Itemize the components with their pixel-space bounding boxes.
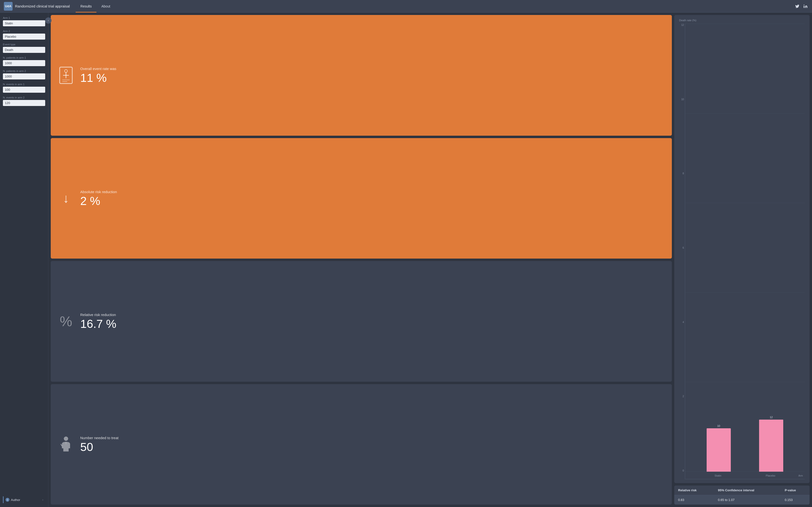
arm2-field-group: Arm 2: [3, 30, 45, 40]
e-arm2-field-group: N. events in arm 2: [3, 96, 45, 106]
app-header: UdA Randomized clinical trial appraisal …: [0, 0, 812, 12]
card-overall-text: Overall event rate was 11 %: [80, 67, 116, 84]
y-tick-8: 8: [679, 172, 684, 175]
card-nnt-value: 50: [80, 441, 118, 453]
card-absolute-text: Absolute risk reduction 2 %: [80, 190, 117, 207]
svg-line-9: [61, 444, 62, 446]
sidebar: ‹ Arm 1 Arm 2 Event type N. patients in …: [0, 12, 48, 507]
y-tick-12: 12: [679, 24, 684, 26]
tab-about[interactable]: About: [96, 0, 115, 12]
y-tick-2: 2: [679, 395, 684, 398]
svg-point-4: [64, 69, 67, 72]
e-arm2-input[interactable]: [3, 100, 45, 106]
card-overall-value: 11 %: [80, 72, 116, 84]
y-tick-4: 4: [679, 321, 684, 324]
medical-record-icon: [59, 67, 73, 84]
n-arm2-label: N. patients in arm 2: [3, 69, 45, 72]
person-icon: [59, 436, 73, 453]
arm2-input[interactable]: [3, 34, 45, 40]
card-relative-value: 16.7 %: [80, 318, 116, 330]
e-arm1-label: N. events in arm 1: [3, 83, 45, 86]
col-header-relative-risk: Relative risk: [674, 486, 714, 495]
e-arm2-label: N. events in arm 2: [3, 96, 45, 99]
cell-relative-risk: 0.83: [674, 495, 714, 505]
card-relative: % Relative risk reduction 16.7 %: [51, 261, 672, 382]
linkedin-icon[interactable]: [803, 4, 808, 9]
card-absolute-subtitle: Absolute risk reduction: [80, 190, 117, 194]
arm1-input[interactable]: [3, 20, 45, 26]
app-title: Randomized clinical trial appraisal: [15, 4, 70, 8]
card-overall-icon-area: [57, 67, 74, 84]
card-nnt-subtitle: Number needed to treat: [80, 436, 118, 440]
stats-table-panel: Relative risk 95% Confidence interval P-…: [674, 486, 810, 505]
col-header-ci: 95% Confidence interval: [714, 486, 781, 495]
n-arm1-input[interactable]: [3, 60, 45, 66]
table-header-row: Relative risk 95% Confidence interval P-…: [674, 486, 810, 495]
author-label: Author: [11, 498, 20, 502]
n-arm2-field-group: N. patients in arm 2: [3, 69, 45, 79]
n-arm1-label: N. patients in arm 1: [3, 56, 45, 59]
content-area: Overall event rate was 11 % ↓ Absolute r…: [48, 12, 812, 507]
cards-column: Overall event rate was 11 % ↓ Absolute r…: [51, 15, 672, 505]
bar-statin-value: 10: [717, 425, 720, 427]
card-overall: Overall event rate was 11 %: [51, 15, 672, 136]
svg-point-0: [804, 4, 805, 5]
chart-panel: Death rate (%) 0 2 4 6 8 10 12: [674, 15, 810, 483]
author-info-icon: i: [6, 498, 9, 502]
card-relative-text: Relative risk reduction 16.7 %: [80, 313, 116, 330]
chart-y-label: Death rate (%): [679, 19, 805, 22]
y-tick-6: 6: [679, 246, 684, 249]
arm2-label: Arm 2: [3, 30, 45, 33]
x-label-statin: Statin: [715, 474, 721, 477]
card-absolute-icon-area: ↓: [57, 192, 74, 205]
event-type-input[interactable]: [3, 47, 45, 53]
bar-placebo: 12: [759, 416, 783, 472]
svg-point-7: [64, 437, 68, 441]
social-icons: [795, 4, 808, 9]
chart-x-axis-label: Arm: [799, 474, 803, 477]
n-arm1-field-group: N. patients in arm 1: [3, 56, 45, 66]
arm1-label: Arm 1: [3, 16, 45, 19]
main-layout: ‹ Arm 1 Arm 2 Event type N. patients in …: [0, 12, 812, 507]
card-nnt-icon-area: [57, 436, 74, 453]
tab-results[interactable]: Results: [75, 0, 97, 12]
card-absolute: ↓ Absolute risk reduction 2 %: [51, 138, 672, 259]
author-chevron-icon: ›: [42, 498, 43, 501]
author-row[interactable]: i Author ›: [3, 496, 45, 503]
y-tick-0: 0: [679, 469, 684, 472]
card-relative-icon-area: %: [57, 313, 74, 329]
stats-table: Relative risk 95% Confidence interval P-…: [674, 486, 810, 505]
nav-tabs: Results About: [75, 0, 115, 12]
bar-placebo-value: 12: [770, 416, 773, 418]
x-label-placebo: Placebo: [766, 474, 775, 477]
e-arm1-input[interactable]: [3, 87, 45, 93]
percent-icon: %: [60, 313, 72, 329]
right-column: Death rate (%) 0 2 4 6 8 10 12: [674, 15, 810, 505]
card-nnt: Number needed to treat 50: [51, 384, 672, 505]
bar-placebo-rect: [759, 419, 783, 472]
logo-area: UdA Randomized clinical trial appraisal: [4, 2, 70, 11]
event-type-field-group: Event type: [3, 43, 45, 53]
arrow-down-icon: ↓: [63, 192, 69, 205]
e-arm1-field-group: N. events in arm 1: [3, 83, 45, 93]
sidebar-collapse-button[interactable]: ‹: [45, 17, 51, 24]
bar-statin-rect: [707, 428, 731, 472]
cell-pvalue: 0.153: [781, 495, 810, 505]
arm1-field-group: Arm 1: [3, 16, 45, 26]
y-tick-10: 10: [679, 98, 684, 101]
n-arm2-input[interactable]: [3, 73, 45, 79]
bar-statin: 10: [707, 425, 731, 472]
col-header-pvalue: P-value: [781, 486, 810, 495]
card-absolute-value: 2 %: [80, 195, 117, 207]
card-nnt-text: Number needed to treat 50: [80, 436, 118, 453]
cell-ci: 0.65 to 1.07: [714, 495, 781, 505]
logo-box: UdA: [4, 2, 12, 11]
twitter-icon[interactable]: [795, 4, 800, 9]
card-overall-subtitle: Overall event rate was: [80, 67, 116, 71]
event-type-label: Event type: [3, 43, 45, 46]
table-row: 0.83 0.65 to 1.07 0.153: [674, 495, 810, 505]
card-relative-subtitle: Relative risk reduction: [80, 313, 116, 317]
